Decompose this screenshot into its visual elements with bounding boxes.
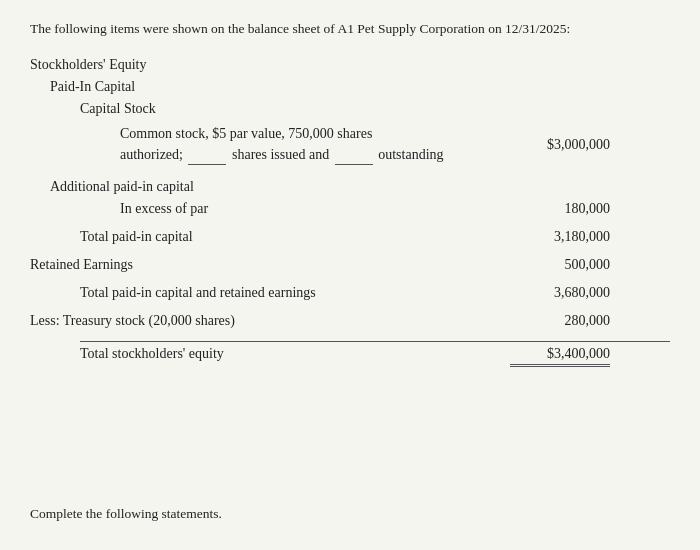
treasury-stock-row: Less: Treasury stock (20,000 shares) 280… xyxy=(30,313,670,329)
total-paid-retained-row: Total paid-in capital and retained earni… xyxy=(80,285,670,301)
total-paid-in-capital-row: Total paid-in capital 3,180,000 xyxy=(80,229,670,245)
footer-text: Complete the following statements. xyxy=(30,506,222,522)
intro-sentence: The following items were shown on the ba… xyxy=(30,21,570,36)
page: The following items were shown on the ba… xyxy=(0,0,700,550)
blank-shares-issued xyxy=(188,164,226,165)
common-stock-line1: Common stock, $5 par value, 750,000 shar… xyxy=(120,123,510,144)
paid-in-capital-heading: Paid-In Capital xyxy=(50,79,670,95)
common-stock-line2: authorized; shares issued and outstandin… xyxy=(120,144,510,165)
equity-section: Stockholders' Equity Paid-In Capital Cap… xyxy=(30,57,670,367)
blank-shares-outstanding xyxy=(335,164,373,165)
common-stock-label: Common stock, $5 par value, 750,000 shar… xyxy=(120,123,510,165)
in-excess-row: In excess of par 180,000 xyxy=(120,201,670,217)
intro-text: The following items were shown on the ba… xyxy=(30,20,670,39)
retained-earnings-row: Retained Earnings 500,000 xyxy=(30,257,670,273)
total-equity-row: Total stockholders' equity $3,400,000 xyxy=(80,341,670,367)
capital-stock-heading: Capital Stock xyxy=(80,101,670,117)
common-stock-value: $3,000,000 xyxy=(510,123,610,153)
additional-paid-in-heading: Additional paid-in capital xyxy=(50,179,670,195)
common-stock-row: Common stock, $5 par value, 750,000 shar… xyxy=(120,123,670,165)
stockholders-equity-heading: Stockholders' Equity xyxy=(30,57,670,73)
